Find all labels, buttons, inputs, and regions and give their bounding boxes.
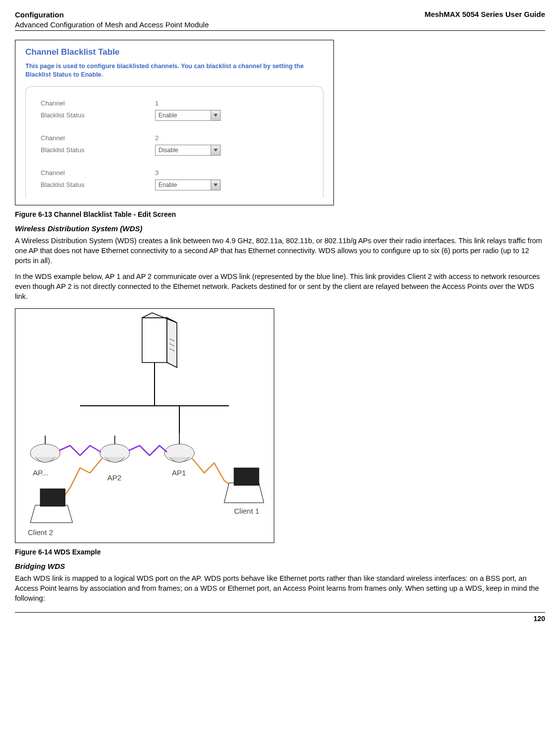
channel-group-3: Channel 3 Blacklist Status Enable (41, 167, 308, 191)
wds-paragraph-2: In the WDS example below, AP 1 and AP 2 … (15, 272, 545, 301)
wds-link-2 (129, 446, 167, 456)
header-section: Configuration (15, 10, 209, 20)
panel-description: This page is used to configure blacklist… (15, 62, 333, 86)
status-select-3[interactable]: Enable (155, 180, 221, 190)
page-footer: 120 (15, 612, 545, 623)
wds-diagram-svg: AP... AP2 AP1 Client 1 Client 2 (15, 309, 274, 543)
page-number: 120 (534, 615, 545, 623)
client1-icon (224, 468, 264, 503)
panel-title: Channel Blacklist Table (15, 40, 333, 62)
svg-rect-3 (142, 318, 167, 363)
wds-link-1 (59, 446, 101, 456)
svg-marker-4 (167, 318, 177, 367)
chevron-down-icon[interactable] (211, 145, 220, 155)
svg-rect-16 (234, 468, 259, 485)
svg-marker-2 (214, 183, 218, 186)
status-select-1[interactable]: Enable (155, 110, 221, 121)
header-left: Configuration Advanced Configuration of … (15, 10, 209, 29)
status-label: Blacklist Status (41, 181, 155, 188)
ap1-label: AP1 (172, 468, 186, 477)
header-guide: MeshMAX 5054 Series User Guide (424, 10, 545, 18)
ap-dots-label: AP... (33, 468, 48, 477)
channel-group-2: Channel 2 Blacklist Status Disable (41, 132, 308, 156)
channel-label: Channel (41, 134, 155, 142)
wds-diagram: AP... AP2 AP1 Client 1 Client 2 (15, 308, 274, 543)
svg-marker-15 (224, 483, 264, 503)
wds-section-title: Wireless Distribution System (WDS) (15, 224, 545, 233)
ap-dots-icon (30, 436, 60, 462)
bridging-wds-title: Bridging WDS (15, 562, 545, 570)
page-header: Configuration Advanced Configuration of … (15, 10, 545, 31)
ap1-icon (164, 433, 194, 462)
channel-group-1: Channel 1 Blacklist Status Enable (41, 97, 308, 121)
ap2-label: AP2 (107, 473, 121, 482)
channel-value: 1 (155, 99, 159, 107)
svg-marker-17 (30, 505, 73, 523)
channel-blacklist-screenshot: Channel Blacklist Table This page is use… (15, 40, 334, 205)
channel-label: Channel (41, 99, 155, 107)
ap2-icon (100, 436, 130, 462)
channel-value: 3 (155, 169, 159, 177)
status-label: Blacklist Status (41, 146, 155, 154)
channel-label: Channel (41, 169, 155, 177)
blacklist-fieldset: Channel 1 Blacklist Status Enable Channe… (25, 86, 323, 197)
svg-rect-18 (40, 489, 65, 506)
wds-paragraph-1: A Wireless Distribution System (WDS) cre… (15, 236, 545, 266)
status-select-2[interactable]: Disable (155, 145, 221, 156)
status-value: Disable (156, 147, 211, 154)
bridging-wds-paragraph: Each WDS link is mapped to a logical WDS… (15, 573, 545, 603)
client1-label: Client 1 (234, 507, 259, 515)
status-value: Enable (156, 182, 211, 188)
chevron-down-icon[interactable] (211, 180, 220, 190)
svg-marker-1 (214, 149, 218, 152)
header-subsection: Advanced Configuration of Mesh and Acces… (15, 20, 209, 30)
chevron-down-icon[interactable] (211, 110, 220, 120)
server-icon (142, 313, 177, 367)
status-label: Blacklist Status (41, 111, 155, 119)
figure-6-13-caption: Figure 6-13 Channel Blacklist Table - Ed… (15, 210, 545, 218)
channel-value: 2 (155, 134, 159, 142)
svg-marker-0 (214, 114, 218, 117)
status-value: Enable (156, 112, 211, 119)
figure-6-14-caption: Figure 6-14 WDS Example (15, 548, 545, 556)
client2-label: Client 2 (28, 528, 53, 537)
